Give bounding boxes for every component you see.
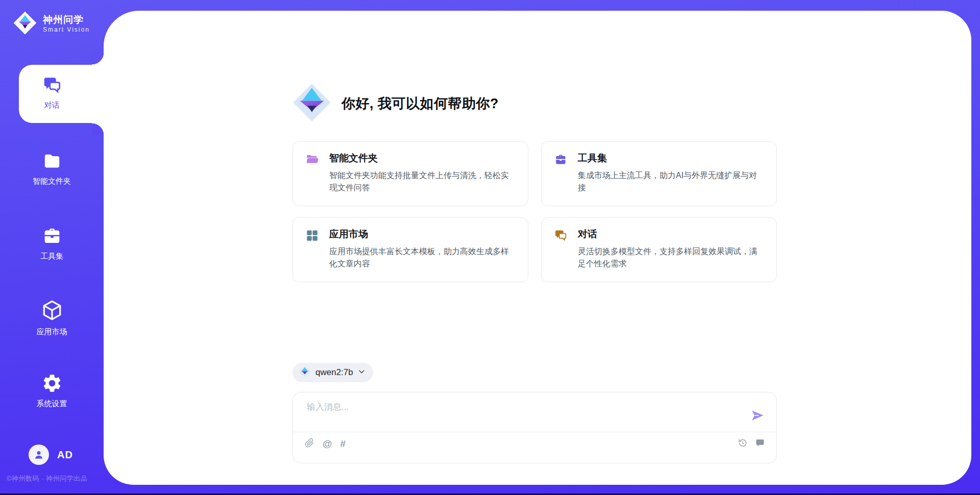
chevron-down-icon (358, 368, 365, 378)
brand-subtitle: Smart Vision (43, 27, 90, 34)
attach-file-button[interactable] (304, 438, 314, 450)
sidebar-item-settings[interactable]: 系统设置 (0, 373, 104, 407)
brand-text: 神州问学 Smart Vision (43, 14, 90, 34)
user-account[interactable]: AD (29, 444, 73, 465)
greeting-block: 你好, 我可以如何帮助你? (290, 81, 499, 126)
history-icon (738, 438, 748, 450)
card-body: 对话 灵活切换多模型文件，支持多样回复效果调试，满足个性化需求 (578, 228, 764, 270)
history-button[interactable] (738, 438, 748, 450)
sidebar-item-label: 工具集 (40, 252, 63, 260)
user-name: AD (57, 449, 73, 461)
brand-diamond-logo-icon (12, 10, 38, 38)
chat-bubble-icon (755, 438, 765, 450)
sidebar: 神州问学 Smart Vision 对话 智能文件夹 (0, 0, 104, 495)
at-sign-icon: @ (323, 439, 332, 449)
model-selector[interactable]: qwen2:7b (292, 363, 373, 382)
active-tab-bottom-curve (92, 123, 104, 135)
chat-bubbles-icon (554, 229, 568, 244)
composer-right-tools (738, 438, 765, 450)
cube-icon (40, 299, 64, 324)
feature-card-app-market[interactable]: 应用市场 应用市场提供丰富长文本模板，助力高效生成多样化文章内容 (292, 217, 528, 282)
sidebar-item-label: 智能文件夹 (33, 177, 71, 185)
main-content-panel: 你好, 我可以如何帮助你? 智能文件夹 智能文件夹功能支持批量文件上传与清洗，轻… (104, 11, 971, 485)
card-description: 应用市场提供丰富长文本模板，助力高效生成多样化文章内容 (329, 245, 516, 270)
message-composer: @ # (292, 392, 777, 463)
briefcase-icon (41, 225, 63, 249)
brand-name: 神州问学 (43, 14, 90, 26)
card-description: 灵活切换多模型文件，支持多样回复效果调试，满足个性化需求 (578, 245, 764, 270)
grid-icon (305, 229, 319, 244)
greeting-title: 你好, 我可以如何帮助你? (341, 94, 499, 113)
sidebar-item-label: 对话 (44, 101, 60, 109)
sidebar-item-app-market[interactable]: 应用市场 (0, 299, 104, 335)
card-description: 集成市场上主流工具，助力AI与外界无缝扩展与对接 (578, 169, 764, 194)
composer-left-tools: @ # (304, 438, 346, 450)
chat-bubbles-icon (42, 75, 62, 97)
brand-logo-block: 神州问学 Smart Vision (12, 10, 90, 38)
card-title: 对话 (578, 228, 764, 241)
hash-icon: # (340, 439, 346, 449)
send-icon (750, 417, 765, 425)
topic-button[interactable]: # (340, 439, 346, 449)
briefcase-icon (554, 153, 568, 168)
feature-cards: 智能文件夹 智能文件夹功能支持批量文件上传与清洗，轻松实现文件问答 工具集 集成… (292, 141, 777, 282)
paperclip-icon (304, 438, 314, 450)
sidebar-item-label: 系统设置 (37, 400, 67, 407)
model-name: qwen2:7b (315, 367, 353, 378)
sidebar-item-chat[interactable]: 对话 (0, 75, 104, 109)
diamond-logo-icon (299, 365, 311, 380)
active-tab-top-curve (92, 53, 104, 65)
feature-card-chat[interactable]: 对话 灵活切换多模型文件，支持多样回复效果调试，满足个性化需求 (541, 217, 777, 282)
mention-button[interactable]: @ (323, 439, 332, 449)
card-description: 智能文件夹功能支持批量文件上传与清洗，轻松实现文件问答 (329, 169, 516, 194)
card-body: 应用市场 应用市场提供丰富长文本模板，助力高效生成多样化文章内容 (329, 228, 516, 270)
gear-icon (41, 373, 63, 396)
footer-credit: ©神州数码 · 神州问学出品 (7, 474, 87, 483)
feature-card-toolset[interactable]: 工具集 集成市场上主流工具，助力AI与外界无缝扩展与对接 (541, 141, 777, 206)
feature-card-smart-folder[interactable]: 智能文件夹 智能文件夹功能支持批量文件上传与清洗，轻松实现文件问答 (292, 141, 528, 206)
sidebar-item-smart-folder[interactable]: 智能文件夹 (0, 151, 104, 185)
sidebar-item-toolset[interactable]: 工具集 (0, 225, 104, 260)
folder-icon (42, 151, 62, 174)
chat-mode-button[interactable] (755, 438, 765, 450)
card-title: 智能文件夹 (329, 152, 516, 165)
app-window: 神州问学 Smart Vision 对话 智能文件夹 (0, 0, 980, 495)
card-body: 工具集 集成市场上主流工具，助力AI与外界无缝扩展与对接 (578, 152, 764, 194)
folder-open-icon (305, 153, 319, 168)
send-button[interactable] (750, 408, 765, 423)
card-body: 智能文件夹 智能文件夹功能支持批量文件上传与清洗，轻松实现文件问答 (329, 152, 516, 194)
sidebar-item-label: 应用市场 (37, 328, 67, 335)
avatar (29, 444, 49, 465)
card-title: 应用市场 (329, 228, 516, 241)
message-input[interactable] (306, 400, 740, 430)
card-title: 工具集 (578, 152, 764, 165)
greeting-diamond-logo-icon (290, 81, 333, 126)
composer-divider (293, 432, 776, 432)
